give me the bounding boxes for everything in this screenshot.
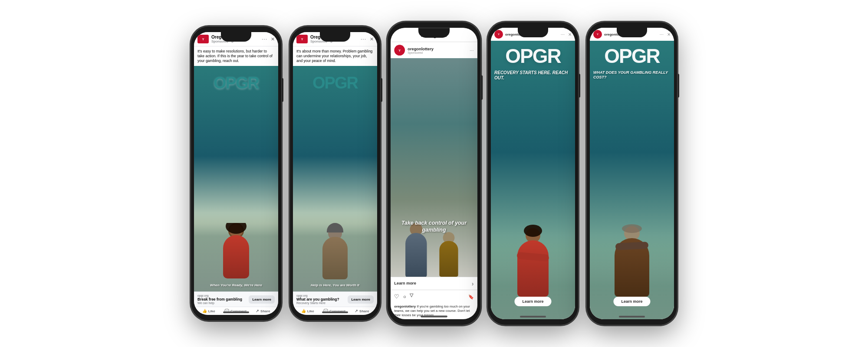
like-icon-1 [202,309,207,313]
fb-post-text-2: It's about more than money. Problem gamb… [293,46,377,66]
instagram-logo: Instagram [395,31,473,38]
more-icon-4[interactable]: ··· [561,32,565,37]
fb-header-actions-2[interactable]: ··· ✕ [361,36,374,42]
learn-more-btn-4[interactable]: Learn more [514,297,551,306]
ig-account-info: oregonlottery Sponsored [408,46,470,54]
phone-1: Y Oregon Lottery Sponsored · ⊕ ··· ✕ It'… [191,26,282,321]
fb-actions-1: Like Comment Share [194,307,278,315]
ig-caption-account: oregonlottery [394,304,416,308]
story-image-5: OPGR What Does Your Gambling Really Cost… [590,41,674,319]
ig-more-icon[interactable]: ··· [470,48,473,53]
fb-post-text-1: It's easy to make resolutions, but harde… [194,46,278,66]
more-options-icon[interactable]: ··· [262,36,267,42]
phone-4: Y oregonlottery ··· ✕ OPGR [487,22,579,325]
fb-sponsored-1: Sponsored · ⊕ [211,39,262,43]
learn-more-btn-1[interactable]: Learn more [249,295,275,304]
opgr-text-1: OPGR [194,74,278,92]
ig-learn-bar[interactable]: Learn more [391,277,477,290]
fb-account-name-1: Oregon Lottery [211,35,262,39]
home-indicator-4 [520,316,546,318]
share-btn-1[interactable]: Share [256,309,270,313]
more-options-icon-2[interactable]: ··· [361,36,366,42]
like-label-2: Like [307,309,314,313]
person-right-3 [437,232,460,277]
more-icon-5[interactable]: ··· [660,32,664,37]
story-actions-4: ··· ✕ [561,32,572,37]
filter-icon[interactable]: ▽ [410,292,413,301]
ig-top-bar: Instagram [391,28,477,42]
phone-2: Y Oregon Lottery Sponsored · ⊕ ··· ✕ It'… [289,26,381,321]
phones-container: Y Oregon Lottery Sponsored · ⊕ ··· ✕ It'… [182,13,686,334]
phone-3-screen: Instagram Y oregonlottery Sponsored ··· [391,28,477,319]
person-silhouette-1 [219,223,253,279]
save-icon[interactable] [468,292,473,301]
chevron-right-icon [472,280,474,287]
ad-image-1: OREGON PROBLEM GAMBLING RESOURCE OPGR Wh… [194,66,278,291]
share-label-1: Share [260,309,270,313]
person-5 [610,226,654,298]
cta-title-1: Break free from gambling [197,297,242,301]
close-icon-5[interactable]: ✕ [667,32,671,37]
share-label-2: Share [359,309,369,313]
phone-1-screen: Y Oregon Lottery Sponsored · ⊕ ··· ✕ It'… [194,32,278,315]
tagline-2: Help is Here, You are Worth It [293,283,377,287]
fb-header-1: Y Oregon Lottery Sponsored · ⊕ ··· ✕ [194,32,278,46]
fb-account-info-1: Oregon Lottery Sponsored · ⊕ [211,35,262,43]
like-btn-2[interactable]: Like [301,309,314,313]
story-avatar-4: Y [494,30,503,39]
home-indicator-1 [223,311,249,313]
heart-icon[interactable] [394,292,399,301]
opgr-text-2: OPGR [293,74,377,92]
ig-account-name: oregonlottery [408,46,470,51]
person-silhouette-2 [318,223,352,279]
comment-icon-3[interactable] [403,292,406,301]
fb-account-info-2: Oregon Lottery Sponsored · ⊕ [310,35,361,43]
home-indicator-5 [619,316,645,318]
fb-cta-left-2: opgr.org What are you gambling? Recovery… [296,294,339,304]
story-account-name-4: oregonlottery [505,33,528,36]
close-icon-4[interactable]: ✕ [568,32,572,37]
story-avatar-5: Y [593,30,602,39]
story-account-info-5: Y oregonlottery [593,30,627,39]
fb-sponsored-2: Sponsored · ⊕ [310,39,361,43]
opgr-big-4: OPGR [491,44,575,68]
cta-url-2: opgr.org [296,294,339,297]
ig-action-icons-left: ▽ [394,292,413,301]
story-actions-5: ··· ✕ [660,32,671,37]
fb-account-name-2: Oregon Lottery [310,35,361,39]
fb-cta-bar-2: opgr.org What are you gambling? Recovery… [293,291,377,307]
phone-4-screen: Y oregonlottery ··· ✕ OPGR [491,28,575,319]
phone-5: Y oregonlottery ··· ✕ OPGR [586,22,677,325]
learn-more-btn-2[interactable]: Learn more [348,295,374,304]
ig-post-header: Y oregonlottery Sponsored ··· [391,42,477,58]
phone-3: Instagram Y oregonlottery Sponsored ··· [387,22,481,325]
fb-header-actions-1[interactable]: ··· ✕ [262,36,275,42]
story-image-4: OPGR Recovery Starts Here. Reach Out. Le… [491,41,575,319]
cta-subtitle-2: Recovery Starts Here [296,301,339,304]
person-4 [513,228,552,298]
story-header-4: Y oregonlottery ··· ✕ [491,28,575,41]
fb-actions-2: Like Comment Share [293,307,377,315]
opgr-big-5: OPGR [590,44,674,68]
close-icon-2[interactable]: ✕ [370,36,374,42]
ig-learn-text: Learn more [394,281,416,285]
ig-image: Take back control of your gambling [391,58,477,276]
like-btn-1[interactable]: Like [202,309,215,313]
close-icon[interactable]: ✕ [271,36,275,42]
story-account-info-4: Y oregonlottery [494,30,528,39]
story-account-name-5: oregonlottery [604,33,627,36]
phone-2-screen: Y Oregon Lottery Sponsored · ⊕ ··· ✕ It'… [293,32,377,315]
share-icon-2 [355,309,358,313]
share-icon-1 [256,309,259,313]
ig-avatar: Y [394,45,405,56]
tagline-1: When You're Ready, We're Here [194,283,278,287]
cta-url-1: opgr.org [197,294,242,297]
share-btn-2[interactable]: Share [355,309,369,313]
home-indicator-3 [421,316,447,318]
learn-more-btn-5[interactable]: Learn more [613,297,650,306]
ig-actions: ▽ [391,290,477,303]
ad-image-2: OREGON PROBLEM GAMBLING RESOURCE OPGR He… [293,66,377,291]
like-label-1: Like [208,309,215,313]
story-tagline-5: What Does Your Gambling Really Cost? [593,70,671,80]
ig-sponsored: Sponsored [408,51,470,54]
